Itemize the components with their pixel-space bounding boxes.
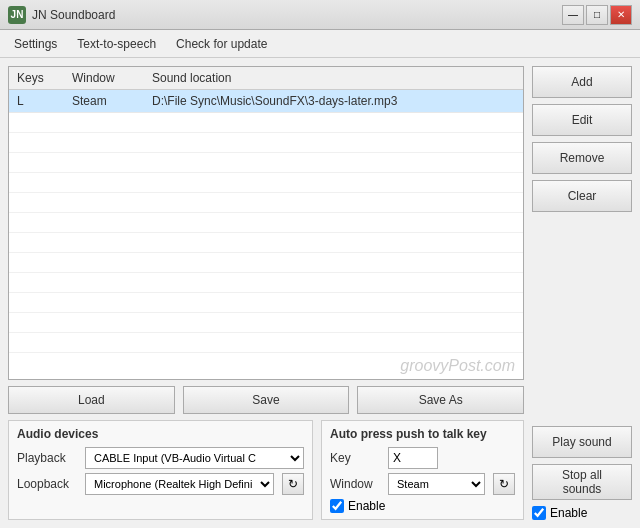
auto-press-enable-row: Enable — [330, 499, 515, 513]
auto-press-enable-label: Enable — [348, 499, 385, 513]
window-select[interactable]: Steam — [388, 473, 485, 495]
auto-press-title: Auto press push to talk key — [330, 427, 515, 441]
app-icon: JN — [8, 6, 26, 24]
save-button[interactable]: Save — [183, 386, 350, 414]
add-button[interactable]: Add — [532, 66, 632, 98]
window-refresh-button[interactable]: ↻ — [493, 473, 515, 495]
bottom-section: Audio devices Playback CABLE Input (VB-A… — [8, 420, 524, 520]
key-label: Key — [330, 451, 380, 465]
playback-row: Playback CABLE Input (VB-Audio Virtual C — [17, 447, 304, 469]
empty-row — [9, 333, 523, 353]
empty-row — [9, 173, 523, 193]
menu-tts[interactable]: Text-to-speech — [67, 33, 166, 55]
empty-row — [9, 213, 523, 233]
load-button[interactable]: Load — [8, 386, 175, 414]
empty-row — [9, 193, 523, 213]
empty-row — [9, 153, 523, 173]
table-header: Keys Window Sound location — [9, 67, 523, 90]
close-button[interactable]: ✕ — [610, 5, 632, 25]
clear-button[interactable]: Clear — [532, 180, 632, 212]
maximize-button[interactable]: □ — [586, 5, 608, 25]
enable-checkbox[interactable] — [532, 506, 546, 520]
playback-label: Playback — [17, 451, 77, 465]
empty-row — [9, 113, 523, 133]
col-keys: Keys — [13, 69, 68, 87]
empty-row — [9, 253, 523, 273]
left-panel: Keys Window Sound location L Steam D:\Fi… — [8, 66, 524, 520]
empty-row — [9, 233, 523, 253]
key-input[interactable] — [388, 447, 438, 469]
auto-press-enable-checkbox[interactable] — [330, 499, 344, 513]
save-as-button[interactable]: Save As — [357, 386, 524, 414]
loopback-label: Loopback — [17, 477, 77, 491]
window-title: JN Soundboard — [32, 8, 115, 22]
auto-press-section: Auto press push to talk key Key Window S… — [321, 420, 524, 520]
load-save-buttons: Load Save Save As — [8, 386, 524, 414]
window-row: Window Steam ↻ — [330, 473, 515, 495]
empty-row — [9, 313, 523, 333]
enable-label: Enable — [550, 506, 587, 520]
menu-check-update[interactable]: Check for update — [166, 33, 277, 55]
window-label: Window — [330, 477, 380, 491]
audio-devices-title: Audio devices — [17, 427, 304, 441]
table-row[interactable]: L Steam D:\File Sync\Music\SoundFX\3-day… — [9, 90, 523, 113]
key-row: Key — [330, 447, 515, 469]
audio-devices-section: Audio devices Playback CABLE Input (VB-A… — [8, 420, 313, 520]
main-content: Keys Window Sound location L Steam D:\Fi… — [0, 58, 640, 528]
title-bar-left: JN JN Soundboard — [8, 6, 115, 24]
empty-rows — [9, 113, 523, 353]
loopback-select[interactable]: Microphone (Realtek High Defini — [85, 473, 274, 495]
col-window: Window — [68, 69, 148, 87]
edit-button[interactable]: Edit — [532, 104, 632, 136]
enable-row: Enable — [532, 506, 632, 520]
loopback-refresh-button[interactable]: ↻ — [282, 473, 304, 495]
title-bar-controls: — □ ✕ — [562, 5, 632, 25]
right-spacer — [532, 218, 632, 420]
table-body: L Steam D:\File Sync\Music\SoundFX\3-day… — [9, 90, 523, 376]
sounds-table: Keys Window Sound location L Steam D:\Fi… — [8, 66, 524, 380]
watermark: groovyPost.com — [9, 353, 523, 379]
stop-all-button[interactable]: Stop all sounds — [532, 464, 632, 500]
menu-bar: Settings Text-to-speech Check for update — [0, 30, 640, 58]
play-sound-button[interactable]: Play sound — [532, 426, 632, 458]
right-panel: Add Edit Remove Clear Play sound Stop al… — [532, 66, 632, 520]
cell-key: L — [13, 92, 68, 110]
title-bar: JN JN Soundboard — □ ✕ — [0, 0, 640, 30]
loopback-row: Loopback Microphone (Realtek High Defini… — [17, 473, 304, 495]
empty-row — [9, 273, 523, 293]
col-sound: Sound location — [148, 69, 519, 87]
minimize-button[interactable]: — — [562, 5, 584, 25]
playback-select[interactable]: CABLE Input (VB-Audio Virtual C — [85, 447, 304, 469]
empty-row — [9, 293, 523, 313]
menu-settings[interactable]: Settings — [4, 33, 67, 55]
cell-sound: D:\File Sync\Music\SoundFX\3-days-later.… — [148, 92, 519, 110]
remove-button[interactable]: Remove — [532, 142, 632, 174]
cell-window: Steam — [68, 92, 148, 110]
empty-row — [9, 133, 523, 153]
